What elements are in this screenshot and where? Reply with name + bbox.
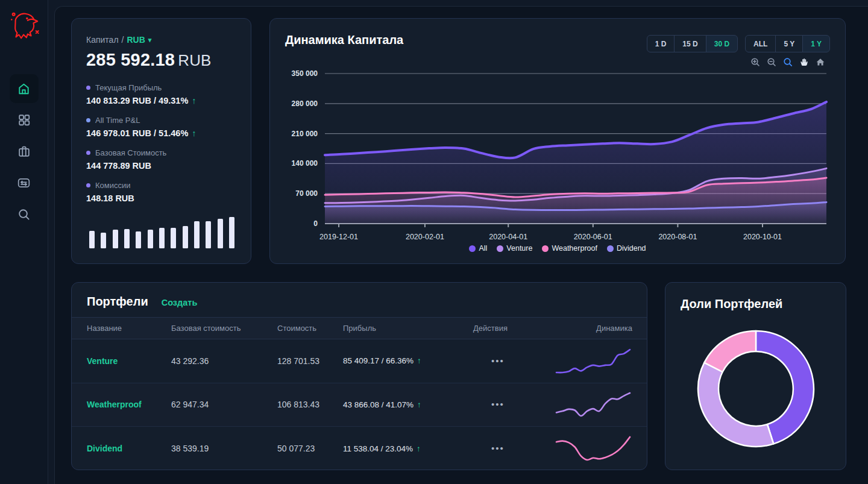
mini-bar (89, 231, 95, 248)
range-button-1y[interactable]: 1 Y (802, 35, 830, 52)
portfolio-profit: 11 538.04 / 23.04%↑ (343, 444, 473, 453)
eagle-logo[interactable] (7, 7, 41, 46)
stat-all-time-pnl: All Time P&L 146 978.01 RUB / 51.46%↑ (86, 116, 236, 138)
svg-text:350 000: 350 000 (292, 69, 318, 78)
table-row-dividend[interactable]: Dividend 38 539.19 50 077.23 11 538.04 /… (72, 427, 647, 470)
legend-dot-icon (469, 245, 476, 252)
range-group-days: 1 D 15 D 30 D (647, 35, 738, 52)
svg-text:2020-10-01: 2020-10-01 (743, 233, 782, 241)
home-icon (17, 82, 31, 96)
portfolio-value: 128 701.53 (277, 356, 343, 366)
capital-label: Капитал (86, 35, 119, 45)
legend-label: Dividend (617, 244, 646, 253)
up-arrow-icon: ↑ (417, 400, 421, 409)
svg-text:70 000: 70 000 (295, 189, 318, 198)
sparkline-dividend (554, 435, 632, 462)
portfolio-value: 50 077.23 (277, 444, 343, 453)
column-name: Название (87, 324, 171, 333)
capital-card: Капитал / RUB ▾ 285 592.18RUB Текущая Пр… (71, 18, 251, 264)
mini-bar (206, 221, 211, 248)
capital-total-currency: RUB (178, 51, 212, 69)
range-button-5y[interactable]: 5 Y (775, 35, 803, 52)
up-arrow-icon: ↑ (417, 444, 421, 453)
bullet-icon (86, 151, 90, 155)
sidebar-item-dashboard[interactable] (10, 105, 39, 134)
currency-value: RUB (127, 35, 145, 45)
legend-item-venture[interactable]: Venture (497, 244, 532, 253)
column-profit: Прибыль (343, 324, 473, 333)
mini-bar (183, 226, 188, 248)
stat-label: Базовая Стоимость (95, 148, 166, 157)
svg-text:140 000: 140 000 (292, 159, 318, 168)
mini-bar (159, 228, 165, 248)
transfer-icon (17, 176, 31, 190)
bullet-icon (86, 183, 90, 187)
mini-bar (113, 230, 118, 248)
briefcase-icon (17, 145, 31, 158)
mini-bar (124, 229, 130, 248)
row-actions-button[interactable]: ••• (491, 399, 505, 409)
legend-label: Venture (506, 244, 532, 253)
svg-text:280 000: 280 000 (292, 99, 318, 108)
capital-total: 285 592.18RUB (86, 50, 236, 70)
mini-bar (229, 217, 234, 248)
sidebar-item-transactions[interactable] (10, 168, 39, 197)
svg-text:2019-12-01: 2019-12-01 (319, 233, 358, 241)
legend-item-weatherproof[interactable]: Weatherproof (542, 244, 597, 253)
row-actions-button[interactable]: ••• (491, 356, 505, 366)
sidebar-item-portfolios[interactable] (10, 137, 39, 166)
column-dynamics: Динамика (596, 324, 632, 333)
column-actions: Действия (473, 324, 552, 333)
svg-text:0: 0 (313, 219, 318, 228)
portfolio-shares-card: Доли Портфелей (665, 282, 846, 470)
legend-item-all[interactable]: All (469, 244, 487, 253)
sidebar-item-home[interactable] (10, 74, 39, 103)
capital-mini-bar-chart (89, 217, 234, 248)
search-icon (17, 207, 31, 221)
range-button-30d[interactable]: 30 D (706, 35, 738, 52)
capital-separator: / (122, 35, 124, 45)
portfolio-base-cost: 38 539.19 (171, 444, 277, 453)
stat-value: 148.18 RUB (86, 193, 134, 203)
portfolio-name[interactable]: Weatherproof (87, 400, 171, 409)
row-actions-button[interactable]: ••• (491, 443, 505, 453)
dashboard-grid-icon (17, 113, 31, 127)
portfolio-name[interactable]: Venture (87, 356, 171, 366)
portfolio-base-cost: 43 292.36 (171, 356, 277, 366)
currency-select[interactable]: RUB ▾ (127, 35, 151, 45)
sparkline-weatherproof (554, 391, 632, 418)
capital-dynamics-chart[interactable]: 070 000140 000210 000280 000350 0002019-… (285, 64, 831, 244)
table-header: Название Базовая стоимость Стоимость При… (72, 317, 647, 339)
sidebar-item-search[interactable] (10, 200, 39, 228)
capital-header: Капитал / RUB ▾ (86, 35, 236, 45)
mini-bar (136, 231, 141, 248)
sidebar (0, 0, 48, 484)
stat-commissions: Комиссии 148.18 RUB (86, 181, 236, 203)
stat-value: 140 813.29 RUB / 49.31% (86, 96, 188, 105)
range-button-1d[interactable]: 1 D (647, 35, 675, 52)
up-arrow-icon: ↑ (192, 128, 196, 138)
portfolio-profit: 43 866.08 / 41.07%↑ (343, 400, 473, 409)
bullet-icon (86, 86, 90, 90)
stat-label: All Time P&L (95, 116, 140, 125)
range-button-15d[interactable]: 15 D (674, 35, 706, 52)
legend-item-dividend[interactable]: Dividend (607, 244, 646, 253)
table-row-venture[interactable]: Venture 43 292.36 128 701.53 85 409.17 /… (72, 339, 647, 383)
table-row-weatherproof[interactable]: Weatherproof 62 947.34 106 813.43 43 866… (72, 383, 647, 427)
chart-title: Динамика Капитала (285, 33, 403, 47)
donut-title: Доли Портфелей (681, 297, 782, 311)
stat-base-cost: Базовая Стоимость 144 778.89 RUB (86, 148, 236, 171)
portfolios-card: Портфели Создать Название Базовая стоимо… (71, 282, 647, 470)
range-button-all[interactable]: ALL (745, 35, 776, 52)
mini-bar (101, 233, 106, 248)
stat-current-profit: Текущая Прибыль 140 813.29 RUB / 49.31%↑ (86, 83, 236, 105)
svg-text:2020-04-01: 2020-04-01 (489, 233, 527, 241)
range-buttons: 1 D 15 D 30 D ALL 5 Y 1 Y (647, 35, 830, 52)
create-portfolio-button[interactable]: Создать (162, 298, 198, 307)
range-group-years: ALL 5 Y 1 Y (745, 35, 830, 52)
mini-bar (194, 221, 200, 248)
portfolio-name[interactable]: Dividend (87, 444, 171, 453)
svg-text:2020-08-01: 2020-08-01 (658, 233, 697, 241)
legend-dot-icon (542, 245, 549, 252)
legend-label: All (479, 244, 487, 253)
